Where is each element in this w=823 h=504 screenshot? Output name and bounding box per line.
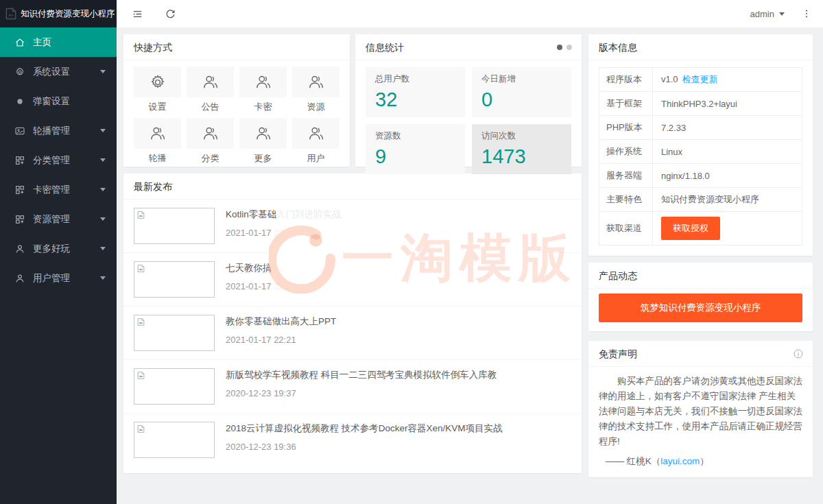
broken-thumbnail-image [134,315,215,351]
friends-icon [187,118,234,149]
more-vertical-icon[interactable] [794,0,819,27]
chevron-down-icon [100,70,106,73]
sidebar-item-label: 主页 [33,36,51,49]
shortcut-carousel[interactable]: 轮播 [134,118,181,164]
item-title: 新版驾校学车视频教程 科目一二三四驾考宝典模拟软件倒车入库教 [226,369,497,381]
shortcut-label: 资源 [292,101,339,112]
gear-icon [14,66,25,77]
sidebar-item-popup-settings[interactable]: 弹窗设置 [0,86,117,116]
shortcut-label: 更多 [239,153,287,164]
disclaimer-card-title: 免责声明 [599,348,637,359]
product-card: 产品动态 筑梦知识付费资源变现小程序 [588,263,813,331]
list-item[interactable]: 2018云计算虚拟化视频教程 技术参考Docker容器Xen/KVM项目实战 2… [123,413,582,466]
shortcut-resource[interactable]: 资源 [292,67,339,112]
friends-icon [292,118,339,149]
layui-link[interactable]: layui.com [660,456,700,466]
sidebar-item-more-fun[interactable]: 更多好玩 [0,234,117,263]
broken-thumbnail-image [134,261,215,298]
collapse-menu-icon[interactable] [123,0,151,27]
latest-card: 最新发布 Kotlin零基础入门到进阶实战 2021-01-17 22:23 七… [123,173,582,473]
admin-dashboard: 知识付费资源变现小程序 主页 系统设置 弹窗设置 轮播管理 [0,0,823,504]
get-license-button[interactable]: 获取授权 [661,217,720,240]
sidebar-item-label: 系统设置 [33,66,70,78]
shortcut-label: 轮播 [134,153,181,164]
check-update-link[interactable]: 检查更新 [682,74,718,84]
item-title: Kotlin零基础入门到进阶实战 [226,208,342,220]
broken-logo-image-icon [4,7,18,21]
sidebar-menu: 主页 系统设置 弹窗设置 轮播管理 分类管理 [0,27,117,293]
list-item[interactable]: Kotlin零基础入门到进阶实战 2021-01-17 22:23 [123,200,582,253]
carousel-dot-active[interactable] [557,45,562,50]
item-title: 2018云计算虚拟化视频教程 技术参考Docker容器Xen/KVM项目实战 [226,422,503,434]
sidebar-item-system-settings[interactable]: 系统设置 [0,57,117,86]
table-row: 程序版本 v1.0检查更新 [599,68,802,91]
list-item[interactable]: 教你零基础做出高大上PPT 2021-01-17 22:21 [123,307,582,360]
item-date: 2021-01-17 22:22 [226,281,337,291]
sidebar-item-label: 轮播管理 [33,125,70,137]
item-date: 2021-01-17 22:23 [226,228,342,238]
sidebar-item-label: 卡密管理 [33,184,70,196]
version-card-title: 版本信息 [588,34,813,60]
sidebar-item-label: 弹窗设置 [33,95,70,108]
stat-visits: 访问次数 1473 [472,124,571,174]
shortcut-user[interactable]: 用户 [292,118,339,164]
product-link-button[interactable]: 筑梦知识付费资源变现小程序 [599,293,802,322]
shortcuts-card: 快捷方式 设置 公告 卡密 [123,34,350,167]
carousel-dots [557,45,572,50]
item-title: 教你零基础做出高大上PPT [226,315,336,327]
shortcut-label: 分类 [187,153,234,164]
app-title: 知识付费资源变现小程序 [21,8,115,20]
sidebar-item-category-mgmt[interactable]: 分类管理 [0,145,117,175]
table-row: 操作系统 Linux [599,139,802,163]
dot-icon [14,95,25,107]
refresh-icon[interactable] [156,0,184,27]
sidebar-item-home[interactable]: 主页 [0,27,117,57]
friends-icon [239,118,287,149]
chevron-down-icon [100,217,106,221]
shortcut-more[interactable]: 更多 [239,118,287,164]
product-card-title: 产品动态 [588,263,813,289]
user-menu[interactable]: admin [741,0,794,27]
chevron-down-icon [100,188,106,191]
table-row: PHP版本 7.2.33 [599,115,802,139]
shortcut-announcement[interactable]: 公告 [187,67,234,112]
shortcut-label: 公告 [187,101,234,112]
shortcut-cardkey[interactable]: 卡密 [239,67,287,112]
chevron-down-icon [100,158,106,162]
user-icon [14,243,25,254]
carousel-dot[interactable] [566,45,572,50]
table-row: 基于框架 ThinkPHP3.2+layui [599,91,802,115]
chevron-down-icon [100,276,106,280]
sidebar-item-label: 用户管理 [33,272,70,285]
stats-card: 信息统计 总用户数 32 今日新增 [355,34,582,167]
disclaimer-text: 购买本产品的客户请勿涉黄或其他违反国家法律的用途上，如有客户不遵守国家法律 产生… [599,374,802,449]
shortcut-label: 设置 [134,101,181,112]
item-title: 七天教你搞定烦人的熊孩子 [226,262,337,274]
latest-card-title: 最新发布 [123,173,582,200]
sidebar-item-carousel-mgmt[interactable]: 轮播管理 [0,116,117,145]
friends-icon [292,67,339,97]
app-logo: 知识付费资源变现小程序 [0,0,117,27]
list-item[interactable]: 七天教你搞定烦人的熊孩子 2021-01-17 22:22 [123,253,582,307]
shortcuts-card-title: 快捷方式 [123,34,350,60]
broken-thumbnail-image [134,208,215,244]
topbar: admin [117,0,823,27]
chevron-down-icon [100,247,106,250]
list-item[interactable]: 新版驾校学车视频教程 科目一二三四驾考宝典模拟软件倒车入库教 2020-12-2… [123,360,582,413]
sidebar-item-resource-mgmt[interactable]: 资源管理 [0,204,117,234]
stat-total-users: 总用户数 32 [366,67,465,117]
user-icon [14,272,25,284]
friends-icon [187,67,234,97]
sidebar-item-user-mgmt[interactable]: 用户管理 [0,263,117,293]
shortcut-category[interactable]: 分类 [187,118,234,164]
shortcut-settings[interactable]: 设置 [134,67,181,112]
apps-icon [14,213,25,225]
table-row: 获取渠道 获取授权 [599,211,802,245]
info-icon[interactable] [793,348,804,359]
shortcut-label: 用户 [292,153,339,164]
stat-new-today: 今日新增 0 [472,67,571,117]
home-icon [14,36,25,48]
item-date: 2021-01-17 22:21 [226,335,336,345]
sidebar-item-cardkey-mgmt[interactable]: 卡密管理 [0,175,117,204]
chevron-down-icon [779,12,785,16]
